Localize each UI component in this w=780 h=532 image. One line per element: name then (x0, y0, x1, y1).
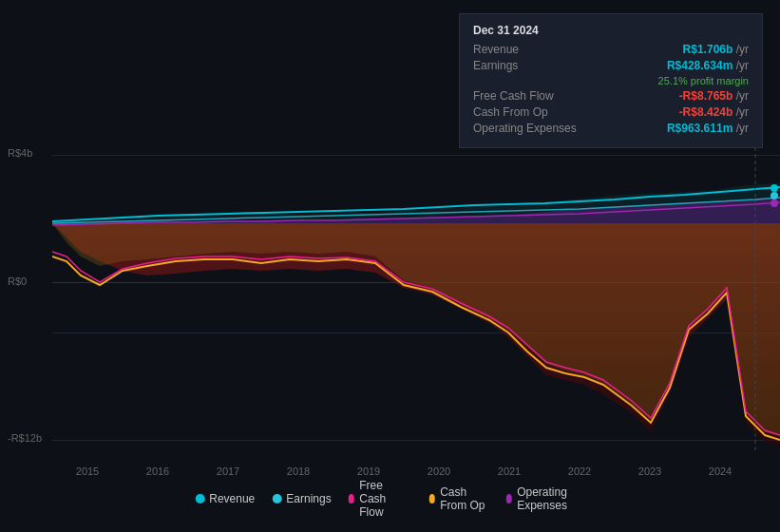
tooltip-date: Dec 31 2024 (473, 24, 749, 37)
y-label-zero: R$0 (8, 276, 27, 287)
right-dot-revenue (770, 184, 778, 192)
legend-label-opex: Operating Expenses (517, 485, 585, 512)
x-label-2021: 2021 (498, 466, 521, 477)
legend-dot-revenue (195, 494, 204, 504)
x-label-2022: 2022 (568, 466, 591, 477)
right-dot-earnings (770, 192, 778, 200)
legend-opex: Operating Expenses (506, 485, 585, 512)
tooltip-opex-value: R$963.611m /yr (667, 122, 749, 135)
x-label-2020: 2020 (428, 466, 450, 477)
legend-dot-earnings (272, 494, 281, 504)
x-label-2023: 2023 (638, 466, 661, 477)
legend-cashfromop: Cash From Op (429, 485, 489, 512)
tooltip-revenue-row: Revenue R$1.706b /yr (473, 43, 749, 56)
tooltip-fcf-value: -R$8.765b /yr (679, 89, 749, 103)
tooltip-cashfromop-row: Cash From Op -R$8.424b /yr (473, 105, 749, 119)
y-label-bottom: -R$12b (8, 432, 42, 444)
x-label-2015: 2015 (76, 466, 99, 477)
legend: Revenue Earnings Free Cash Flow Cash Fro… (195, 479, 585, 519)
tooltip-cashfromop-label: Cash From Op (473, 105, 548, 119)
x-label-2024: 2024 (709, 466, 732, 477)
legend-label-cashfromop: Cash From Op (440, 485, 488, 512)
tooltip-earnings-row: Earnings R$428.634m /yr (473, 59, 749, 72)
x-label-2018: 2018 (287, 466, 310, 477)
legend-revenue: Revenue (195, 492, 255, 505)
tooltip-cashfromop-value: -R$8.424b /yr (679, 105, 749, 119)
tooltip-opex-label: Operating Expenses (473, 122, 577, 135)
chart-container: Dec 31 2024 Revenue R$1.706b /yr Earning… (0, 0, 780, 532)
legend-label-revenue: Revenue (209, 492, 255, 505)
tooltip-revenue-label: Revenue (473, 43, 519, 56)
tooltip-profit-margin: 25.1% profit margin (473, 75, 749, 86)
tooltip-box: Dec 31 2024 Revenue R$1.706b /yr Earning… (459, 13, 763, 148)
chart-svg (52, 147, 780, 451)
tooltip-fcf-label: Free Cash Flow (473, 89, 554, 103)
tooltip-fcf-row: Free Cash Flow -R$8.765b /yr (473, 89, 749, 103)
x-label-2019: 2019 (357, 466, 380, 477)
legend-fcf: Free Cash Flow (349, 479, 412, 519)
tooltip-revenue-value: R$1.706b /yr (683, 43, 749, 56)
tooltip-earnings-value: R$428.634m /yr (667, 59, 749, 72)
tooltip-opex-row: Operating Expenses R$963.611m /yr (473, 122, 749, 135)
legend-dot-cashfromop (429, 494, 436, 504)
right-dot-opex (770, 200, 778, 207)
x-label-2017: 2017 (217, 466, 239, 477)
legend-label-earnings: Earnings (286, 492, 331, 505)
tooltip-earnings-label: Earnings (473, 59, 518, 72)
y-label-top: R$4b (8, 147, 32, 159)
legend-dot-opex (506, 494, 513, 504)
legend-dot-fcf (349, 494, 355, 504)
legend-earnings: Earnings (272, 492, 331, 505)
x-label-2016: 2016 (146, 466, 169, 477)
legend-label-fcf: Free Cash Flow (359, 479, 411, 519)
